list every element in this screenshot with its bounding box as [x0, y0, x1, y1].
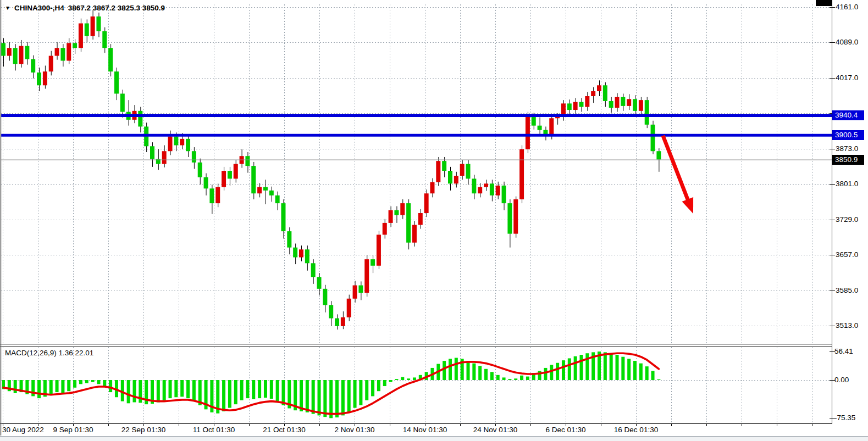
price-axis-label: 3513.0 [836, 321, 858, 330]
macd-axis-label: -75.35 [834, 414, 855, 422]
grid-lines [1, 4, 832, 423]
trading-chart-window: { "window": { "dropdown_icon": "▼", "sym… [0, 0, 868, 441]
price-axis-label: 3585.0 [836, 286, 858, 295]
time-axis-label: 21 Oct 01:30 [263, 426, 305, 434]
corner-marker [816, 0, 832, 6]
trend-arrow-head[interactable] [682, 197, 694, 214]
quote-ohlc-values: 3867.2 3867.2 3825.3 3850.9 [68, 4, 165, 12]
macd-histogram [2, 351, 660, 418]
price-axis-label: 4017.0 [836, 74, 858, 82]
symbol-timeframe-label: CHINA300-,H4 [14, 4, 64, 12]
symbol-dropdown-icon[interactable]: ▼ [5, 5, 10, 11]
level-price-badge: 3900.5 [832, 130, 864, 140]
time-axis-label: 9 Sep 01:30 [53, 426, 93, 434]
price-axis-label: 3657.0 [836, 250, 858, 259]
macd-axis-label: 0.00 [834, 376, 849, 384]
macd-axis-label: 56.41 [834, 347, 853, 356]
macd-indicator-label: MACD(12,26,9) 1.36 22.01 [5, 349, 93, 357]
chart-canvas[interactable] [0, 0, 868, 441]
time-axis-label: 6 Dec 01:30 [546, 426, 586, 434]
bottom-strip [0, 437, 868, 441]
chart-title: ▼ CHINA300-,H4 3867.2 3867.2 3825.3 3850… [5, 4, 165, 12]
candlestick-series [1, 10, 661, 330]
price-axis-label: 3801.0 [836, 180, 858, 188]
time-axis-label: 14 Nov 01:30 [403, 426, 447, 434]
price-axis-label: 3729.0 [836, 215, 858, 224]
time-axis-label: 2 Nov 01:30 [335, 426, 375, 434]
price-axis-label: 4089.0 [836, 38, 858, 47]
time-axis-label: 24 Nov 01:30 [473, 426, 517, 434]
price-axis-label: 4161.0 [836, 3, 858, 12]
time-axis-label: 11 Oct 01:30 [193, 426, 235, 434]
trend-arrow-shaft[interactable] [663, 136, 689, 203]
level-price-badge: 3940.4 [832, 110, 864, 120]
time-axis-label: 22 Sep 01:30 [121, 426, 165, 434]
time-axis-label: 16 Dec 01:30 [614, 426, 658, 434]
price-axis-label: 3873.0 [836, 144, 858, 153]
current-price-badge: 3850.9 [832, 155, 864, 165]
time-axis-label: 30 Aug 2022 [2, 426, 44, 434]
